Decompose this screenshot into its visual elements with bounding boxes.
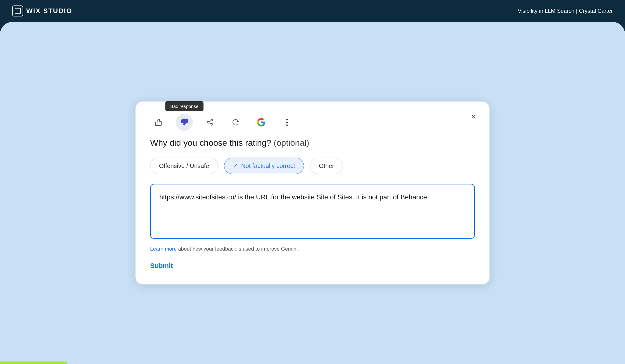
share-button[interactable] [201, 114, 219, 131]
thumbs-down-button[interactable] [176, 114, 193, 131]
svg-line-4 [209, 121, 211, 122]
submit-button[interactable]: Submit [150, 262, 173, 270]
rating-option-not-factual[interactable]: ✓ Not factually correct [224, 158, 304, 174]
feedback-dialog: Bad response [135, 102, 490, 284]
wix-logo-inner [15, 8, 21, 14]
check-icon: ✓ [233, 162, 238, 170]
main-content: Bad response [0, 22, 625, 364]
thumbs-down-wrapper: Bad response [176, 114, 193, 131]
header: WIX STUDIO Visibility in LLM Search | Cr… [0, 0, 625, 22]
optional-label: (optional) [274, 138, 309, 148]
rating-option-other[interactable]: Other [310, 158, 343, 174]
svg-point-1 [207, 121, 209, 123]
feedback-textarea[interactable]: https://www.siteofsites.co/ is the URL f… [150, 184, 475, 239]
header-logo-area: WIX STUDIO [12, 5, 72, 16]
rating-option-offensive[interactable]: Offensive / Unsafe [150, 158, 218, 174]
other-label: Other [319, 162, 334, 170]
google-button[interactable] [253, 114, 270, 131]
rating-options-row: Offensive / Unsafe ✓ Not factually corre… [150, 158, 475, 174]
thumbs-up-button[interactable] [150, 114, 167, 131]
bottom-accent-bar [0, 362, 67, 364]
wix-logo-box [12, 5, 23, 16]
question-heading: Why did you choose this rating? (optiona… [150, 138, 475, 148]
svg-point-0 [211, 119, 213, 121]
question-text: Why did you choose this rating? [150, 138, 271, 148]
offensive-label: Offensive / Unsafe [159, 162, 209, 170]
svg-line-3 [209, 123, 211, 124]
wix-studio-text: WIX STUDIO [26, 7, 72, 15]
bad-response-tooltip: Bad response [165, 101, 204, 111]
learn-more-link[interactable]: Learn more [150, 246, 177, 252]
learn-more-paragraph: Learn more about how your feedback is us… [150, 246, 475, 252]
learn-more-suffix: about how your feedback is used to impro… [177, 246, 299, 252]
toolbar: Bad response [150, 114, 475, 131]
close-button[interactable]: × [471, 112, 476, 121]
refresh-button[interactable] [227, 114, 244, 131]
svg-point-2 [211, 123, 213, 125]
not-factual-label: Not factually correct [241, 162, 295, 170]
header-title: Visibility in LLM Search | Crystal Carte… [518, 8, 613, 14]
three-dots-icon [286, 119, 288, 126]
more-options-button[interactable] [278, 114, 295, 131]
